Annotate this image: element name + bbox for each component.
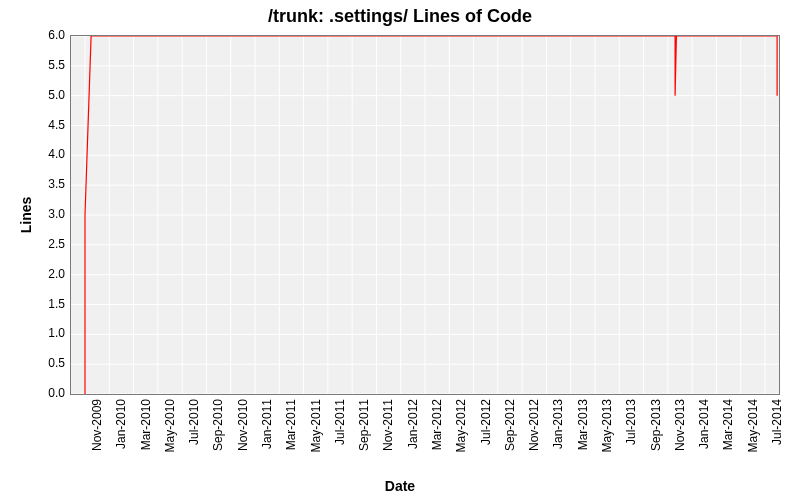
x-tick-label: Sep-2010 xyxy=(211,399,225,489)
x-tick-label: Nov-2012 xyxy=(527,399,541,489)
y-axis-label: Lines xyxy=(18,197,34,234)
x-tick-label: May-2013 xyxy=(600,399,614,489)
x-tick-label: Nov-2013 xyxy=(673,399,687,489)
chart-title: /trunk: .settings/ Lines of Code xyxy=(0,6,800,27)
x-tick-label: Mar-2013 xyxy=(576,399,590,489)
x-tick-label: Nov-2010 xyxy=(236,399,250,489)
y-tick-label: 0.0 xyxy=(35,386,65,400)
x-tick-label: Jul-2013 xyxy=(624,399,638,489)
y-tick-label: 2.0 xyxy=(35,267,65,281)
y-tick-label: 2.5 xyxy=(35,237,65,251)
x-tick-label: Mar-2010 xyxy=(139,399,153,489)
y-tick-label: 3.0 xyxy=(35,207,65,221)
plot-area xyxy=(70,35,780,395)
x-tick-label: Sep-2011 xyxy=(357,399,371,489)
x-tick-label: Sep-2012 xyxy=(503,399,517,489)
y-tick-label: 5.5 xyxy=(35,58,65,72)
x-axis-label: Date xyxy=(0,478,800,494)
x-tick-label: May-2014 xyxy=(746,399,760,489)
x-tick-label: Mar-2012 xyxy=(430,399,444,489)
x-tick-label: Jul-2011 xyxy=(333,399,347,489)
x-tick-label: Nov-2011 xyxy=(381,399,395,489)
x-tick-label: Jan-2013 xyxy=(551,399,565,489)
x-tick-label: Jul-2010 xyxy=(187,399,201,489)
x-tick-label: Jul-2012 xyxy=(479,399,493,489)
x-tick-label: Jan-2011 xyxy=(260,399,274,489)
y-tick-label: 4.0 xyxy=(35,147,65,161)
x-tick-label: May-2010 xyxy=(163,399,177,489)
x-tick-label: May-2012 xyxy=(454,399,468,489)
y-tick-label: 0.5 xyxy=(35,356,65,370)
x-tick-label: Mar-2011 xyxy=(284,399,298,489)
y-tick-label: 4.5 xyxy=(35,118,65,132)
x-tick-label: Jan-2010 xyxy=(114,399,128,489)
y-tick-label: 3.5 xyxy=(35,177,65,191)
y-tick-label: 5.0 xyxy=(35,88,65,102)
y-tick-label: 1.5 xyxy=(35,297,65,311)
y-tick-label: 6.0 xyxy=(35,28,65,42)
x-tick-label: Jan-2012 xyxy=(406,399,420,489)
gridlines xyxy=(71,36,779,394)
x-tick-label: Jul-2014 xyxy=(770,399,784,489)
y-tick-label: 1.0 xyxy=(35,326,65,340)
x-tick-label: May-2011 xyxy=(309,399,323,489)
x-tick-label: Sep-2013 xyxy=(649,399,663,489)
x-tick-label: Mar-2014 xyxy=(721,399,735,489)
chart-container: /trunk: .settings/ Lines of Code Lines 0… xyxy=(0,0,800,500)
x-tick-label: Jan-2014 xyxy=(697,399,711,489)
plot-svg xyxy=(71,36,779,394)
x-tick-label: Nov-2009 xyxy=(90,399,104,489)
